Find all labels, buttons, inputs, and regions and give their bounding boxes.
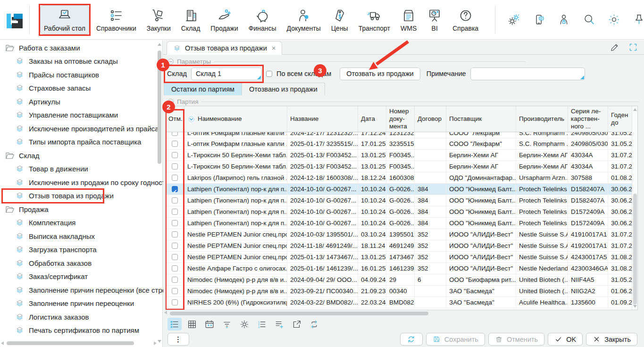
table-row-11[interactable]: Nestle PEPTAMEN Junior спец.про...2025-0…: [166, 252, 637, 263]
table-row-4[interactable]: Lakripos (Лакрипос) гель глазной ...2024…: [166, 172, 637, 184]
row-checkbox[interactable]: [172, 209, 178, 215]
scroll-right-icon[interactable]: [154, 341, 157, 345]
scroll-up-icon[interactable]: [633, 108, 637, 111]
sidebar-item-5[interactable]: Управление поставщиками: [0, 109, 162, 122]
top-nav-item-продажи[interactable]: Продажи: [207, 6, 241, 34]
sidebar-item-17[interactable]: Заказ/сертификат: [0, 270, 162, 284]
sidebar-item-0[interactable]: Работа с заказами: [0, 41, 162, 55]
column-header-7[interactable]: Производитель: [516, 106, 568, 132]
expand-fullscreen-icon[interactable]: [628, 42, 638, 52]
scrollbar-thumb[interactable]: [633, 194, 637, 305]
table-row-9[interactable]: Nestle PEPTAMEN Junior спец.про...2024-1…: [166, 229, 637, 240]
recall-from-sale-button[interactable]: Отозвать из продажи: [340, 68, 420, 80]
top-nav-item-финансы[interactable]: Финансы: [245, 6, 280, 34]
sidebar-item-12[interactable]: Продажа: [0, 203, 162, 216]
row-checkbox[interactable]: [172, 163, 178, 169]
row-checkbox[interactable]: [172, 265, 178, 271]
top-nav-item-цены[interactable]: Цены: [328, 6, 351, 34]
edit-pencil-icon[interactable]: [610, 42, 619, 52]
sidebar-item-9[interactable]: Товар в движении: [0, 162, 162, 176]
top-nav-item-документы[interactable]: Документы: [284, 6, 324, 34]
table-row-0[interactable]: L-оптик Ромфарм глазные капли ...2024-12…: [166, 132, 637, 138]
top-nav-item-wms[interactable]: WMS: [397, 6, 420, 34]
pin-icon[interactable]: [633, 13, 644, 26]
row-checkbox[interactable]: [172, 288, 178, 294]
ok-button[interactable]: OK: [548, 333, 583, 346]
grid-toolbar-grid-view-icon[interactable]: [185, 318, 199, 330]
sidebar-item-6[interactable]: Исключение производителей из прайса: [0, 122, 162, 135]
scroll-up-icon[interactable]: [158, 43, 161, 46]
table-row-6[interactable]: Lathipen (Тиопентал) пор-к для п...2024-…: [166, 195, 637, 206]
sidebar-horizontal-scrollbar[interactable]: [2, 341, 156, 346]
sidebar-item-2[interactable]: Прайсы поставщиков: [0, 68, 162, 82]
scroll-down-icon[interactable]: [633, 305, 637, 308]
grid-toolbar-list-add-icon[interactable]: [272, 318, 286, 330]
сохранить-button[interactable]: Сохранить: [426, 333, 485, 346]
sidebar-item-1[interactable]: Заказы на оптовые склады: [0, 55, 162, 68]
column-header-8[interactable]: Серия ле-карствен-ного ...: [568, 106, 608, 132]
row-checkbox[interactable]: [172, 231, 178, 237]
table-row-2[interactable]: L-Тироксин 50 Берлин-Хеми табл...2025-01…: [166, 150, 637, 161]
table-horizontal-scrollbar[interactable]: [165, 311, 638, 316]
grid-toolbar-list-view-icon[interactable]: [167, 318, 182, 330]
row-checkbox[interactable]: [172, 175, 178, 181]
sidebar-item-10[interactable]: Исключение из продажи по сроку годности: [0, 176, 162, 189]
sidebar-item-18[interactable]: Заполнение причин переоценки (все строки…: [0, 283, 162, 297]
top-nav-item-склад[interactable]: Склад: [178, 6, 204, 34]
scroll-down-icon[interactable]: [158, 340, 161, 343]
sidebar-item-8[interactable]: Склад: [0, 149, 162, 162]
sidebar-item-19[interactable]: Заполнение причин переоценки: [0, 297, 162, 311]
scrollbar-thumb[interactable]: [7, 341, 134, 345]
отменить-button[interactable]: Отменить: [488, 333, 544, 346]
filter-chevron-icon[interactable]: [187, 115, 195, 123]
note-input[interactable]: [470, 68, 585, 80]
column-header-1[interactable]: Наименование: [184, 106, 287, 132]
top-nav-item-рабочий-стол[interactable]: Рабочий стол: [40, 5, 89, 34]
sidebar-item-4[interactable]: Артикулы: [0, 95, 162, 109]
grid-toolbar-filter-lines-icon[interactable]: [220, 318, 234, 330]
row-checkbox[interactable]: [172, 197, 178, 203]
закрыть-button[interactable]: Закрыть: [586, 333, 637, 346]
app-logo-icon[interactable]: [7, 11, 24, 28]
grid-toolbar-numbered-list-icon[interactable]: 123: [255, 318, 269, 330]
top-nav-item-справочники[interactable]: Справочники: [93, 6, 140, 34]
top-nav-item-транспорт[interactable]: Транспорт: [355, 6, 393, 34]
column-header-6[interactable]: Поставщик: [446, 106, 516, 132]
row-checkbox[interactable]: [172, 132, 178, 136]
device-message-icon[interactable]: [533, 13, 545, 26]
top-nav-item-закупки[interactable]: Закупки: [143, 6, 174, 34]
sidebar-item-14[interactable]: Выписка накладных: [0, 229, 162, 243]
row-checkbox[interactable]: [172, 186, 178, 192]
sidebar-item-13[interactable]: Комплектация: [0, 216, 162, 230]
column-header-3[interactable]: Дата: [358, 106, 386, 132]
all-warehouses-checkbox[interactable]: [266, 71, 272, 77]
sidebar-item-3[interactable]: Страховые запасы: [0, 82, 162, 95]
grid-toolbar-gear-icon[interactable]: [237, 318, 251, 330]
sidebar-vertical-scrollbar[interactable]: [158, 41, 162, 336]
document-tab[interactable]: Отзыв товара из продажи ×: [167, 41, 282, 55]
sidebar-item-15[interactable]: Загрузка транспорта: [0, 243, 162, 257]
sidebar-item-21[interactable]: Печать сертификатов по партиям: [0, 324, 162, 338]
column-header-2[interactable]: Название: [287, 106, 358, 132]
row-checkbox[interactable]: [172, 299, 178, 305]
brightness-icon[interactable]: [608, 13, 620, 26]
sidebar-item-20[interactable]: Логистика заказов: [0, 310, 162, 324]
table-row-12[interactable]: Nestle Алфаре Гастро с олигосах....2025-…: [166, 263, 637, 274]
warehouse-select[interactable]: Склад 1: [191, 68, 262, 80]
row-checkbox[interactable]: [172, 254, 178, 260]
table-row-10[interactable]: Nestle PEPTAMEN Junior спец.про...2024-1…: [166, 240, 637, 252]
column-header-5[interactable]: Договор: [415, 106, 446, 132]
column-header-4[interactable]: Номер доку-мента: [386, 106, 415, 132]
scroll-left-icon[interactable]: [164, 311, 167, 314]
row-checkbox[interactable]: [172, 243, 178, 249]
table-row-5[interactable]: Lathipen (Тиопентал) пор-к для п...2024-…: [166, 184, 637, 195]
table-row-14[interactable]: Nimodec (Нимодек) р-р для в/в и...2023-0…: [166, 286, 637, 297]
column-header-9[interactable]: Годен до: [608, 106, 633, 132]
view-tab-0[interactable]: Остатки по партиям: [164, 83, 242, 95]
row-checkbox[interactable]: [172, 152, 178, 158]
table-row-3[interactable]: L-Тироксин 50 Берлин-Хеми табл...2025-01…: [166, 161, 637, 172]
sidebar-item-7[interactable]: Типы импорта прайса поставщика: [0, 135, 162, 149]
settings-gears-icon[interactable]: [508, 13, 520, 26]
grid-toolbar-external-link-icon[interactable]: [290, 318, 304, 330]
table-row-13[interactable]: Nimodec (Нимодек) р-р для в/в и...2024-0…: [166, 274, 637, 286]
